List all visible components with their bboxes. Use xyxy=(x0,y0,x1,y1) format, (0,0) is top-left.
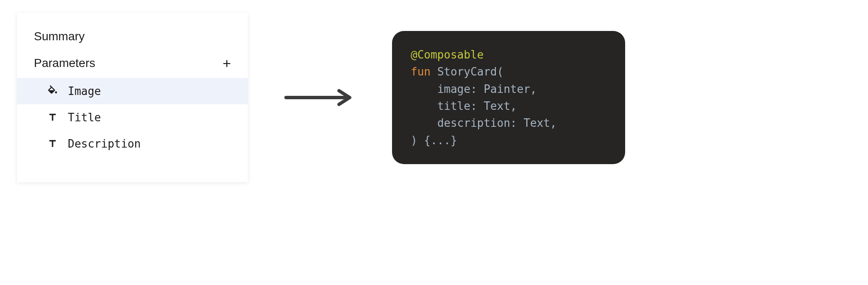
fill-icon xyxy=(47,85,58,97)
parameter-row-description[interactable]: Description xyxy=(17,131,248,157)
code-param-type: Text xyxy=(484,100,510,112)
code-function-name: StoryCard xyxy=(437,65,497,78)
parameter-label: Image xyxy=(68,85,101,98)
svg-point-0 xyxy=(55,92,57,94)
code-annotation: @Composable xyxy=(411,48,484,61)
parameter-row-title[interactable]: Title xyxy=(17,104,248,131)
code-param-name: description xyxy=(437,117,510,129)
text-icon xyxy=(47,138,58,150)
add-parameter-button[interactable]: + xyxy=(223,56,231,70)
code-param-name: title xyxy=(437,100,470,112)
arrow-icon xyxy=(282,89,358,106)
code-param-type: Painter xyxy=(484,83,530,95)
code-preview: @Composable fun StoryCard( image: Painte… xyxy=(392,31,625,164)
code-open-paren: ( xyxy=(497,65,504,78)
parameter-label: Title xyxy=(68,111,101,124)
text-icon xyxy=(47,112,58,123)
properties-panel: Summary Parameters + Image Title xyxy=(17,13,248,182)
parameter-row-image[interactable]: Image xyxy=(17,78,248,104)
code-param-type: Text xyxy=(523,117,550,129)
code-block: @Composable fun StoryCard( image: Painte… xyxy=(411,46,606,149)
code-param-name: image xyxy=(437,83,470,95)
code-close: ) {...} xyxy=(411,134,457,147)
summary-header: Summary xyxy=(17,30,248,56)
parameters-header: Parameters xyxy=(34,56,95,70)
parameter-label: Description xyxy=(68,137,141,150)
code-keyword-fun: fun xyxy=(411,65,431,78)
parameters-header-row: Parameters + xyxy=(17,56,248,78)
